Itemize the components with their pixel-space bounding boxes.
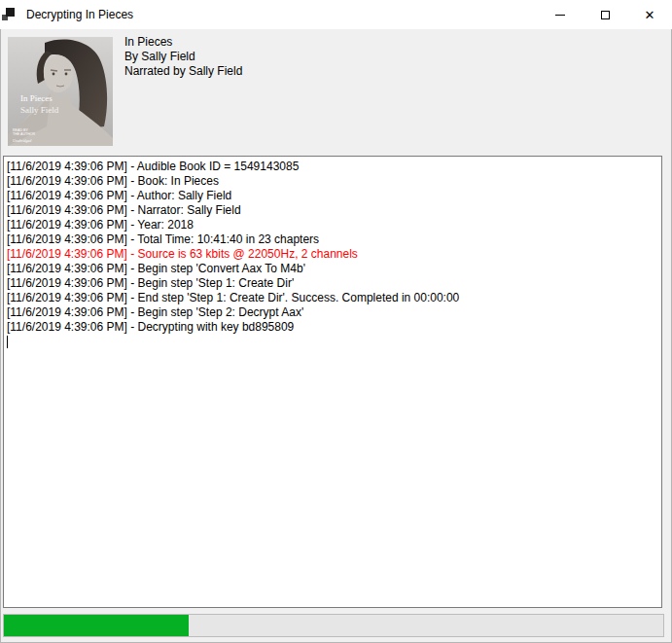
log-line: [11/6/2019 4:39:06 PM] - Year: 2018 [7,218,658,232]
log-line: [11/6/2019 4:39:06 PM] - Total Time: 10:… [7,232,658,247]
log-line: [11/6/2019 4:39:06 PM] - Begin step 'Ste… [7,276,658,291]
book-info: In Pieces By Sally Field Narrated by Sal… [124,35,242,79]
window-controls: ✕ [538,0,672,29]
caret-line [7,335,658,349]
cover-eye-left [53,73,55,76]
log-line: [11/6/2019 4:39:06 PM] - Begin step 'Ste… [7,305,658,320]
log-line-error: [11/6/2019 4:39:06 PM] - Source is 63 kb… [7,247,658,262]
book-title: In Pieces [124,35,242,50]
log-line: [11/6/2019 4:39:06 PM] - Audible Book ID… [7,160,658,174]
log-line: [11/6/2019 4:39:06 PM] - Narrator: Sally… [7,203,658,218]
close-icon: ✕ [645,9,655,21]
cover-face [44,55,73,92]
decrypt-progress-bar [3,614,664,637]
log-textbox[interactable]: [11/6/2019 4:39:06 PM] - Audible Book ID… [3,156,662,608]
cover-readby-line2: THE AUTHOR [13,132,36,136]
minimize-button[interactable] [538,0,583,29]
log-line: [11/6/2019 4:39:06 PM] - End step 'Step … [7,291,658,305]
log-line: [11/6/2019 4:39:06 PM] - Begin step 'Con… [7,262,658,276]
cover-eye-right [65,73,68,76]
minimize-icon [555,15,565,16]
cover-title-text: In Pieces [20,93,53,103]
close-button[interactable]: ✕ [627,0,672,29]
maximize-icon [601,11,610,19]
app-icon[interactable] [2,7,18,22]
cover-author-text: Sally Field [20,105,59,115]
app-window: Decrypting In Pieces ✕ [0,0,672,643]
app-icon-square-big [6,8,15,17]
book-cover-image: In Pieces Sally Field READ BY THE AUTHOR… [8,37,113,146]
text-caret [7,336,8,348]
log-line: [11/6/2019 4:39:06 PM] - Decrypting with… [7,320,658,335]
cover-edition-text: Unabridged [13,138,32,143]
book-author: By Sally Field [124,50,242,64]
title-bar[interactable]: Decrypting In Pieces ✕ [0,0,672,29]
log-line: [11/6/2019 4:39:06 PM] - Book: In Pieces [7,174,658,189]
progress-fill [4,615,189,636]
log-line: [11/6/2019 4:39:06 PM] - Author: Sally F… [7,189,658,203]
window-title: Decrypting In Pieces [26,8,133,21]
maximize-button[interactable] [583,0,627,29]
book-narrator: Narrated by Sally Field [124,64,242,79]
